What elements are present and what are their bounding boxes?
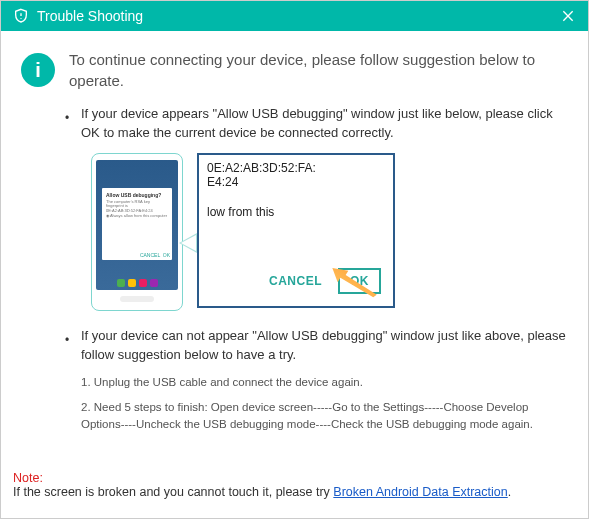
bullet-1-text: If your device appears "Allow USB debugg… — [81, 105, 568, 143]
content-area: i To continue connecting your device, pl… — [1, 31, 588, 442]
info-icon: i — [21, 53, 55, 87]
titlebar: Trouble Shooting — [1, 1, 588, 31]
phone-home-button — [120, 296, 154, 302]
intro-row: i To continue connecting your device, pl… — [21, 49, 568, 91]
arrow-icon — [331, 268, 387, 300]
callout-pointer-icon — [179, 233, 197, 253]
phone-dock — [96, 276, 178, 290]
phone-screen: Allow USB debugging? The computer's RSA … — [96, 160, 178, 290]
close-button[interactable] — [560, 8, 576, 24]
troubleshooting-dialog: Trouble Shooting i To continue connectin… — [0, 0, 589, 519]
allow-text: low from this — [207, 205, 385, 219]
phone-modal-body: The computer's RSA key fingerprint is 0E… — [106, 200, 168, 219]
mac-address-line2: E4:24 — [207, 175, 385, 189]
phone-modal-title: Allow USB debugging? — [106, 192, 168, 198]
svg-marker-0 — [332, 268, 376, 297]
titlebar-left: Trouble Shooting — [13, 8, 143, 24]
mac-address-line1: 0E:A2:AB:3D:52:FA: — [207, 161, 385, 175]
broken-android-link[interactable]: Broken Android Data Extraction — [333, 485, 507, 499]
bullet-2: If your device can not appear "Allow USB… — [81, 327, 568, 365]
phone-modal: Allow USB debugging? The computer's RSA … — [102, 188, 172, 260]
cancel-button[interactable]: CANCEL — [269, 274, 322, 288]
phone-mockup: Allow USB debugging? The computer's RSA … — [91, 153, 183, 311]
illustration: Allow USB debugging? The computer's RSA … — [91, 153, 401, 313]
note-label: Note: — [13, 471, 43, 485]
note-area: Note: If the screen is broken and you ca… — [1, 471, 586, 511]
intro-text: To continue connecting your device, plea… — [69, 49, 568, 91]
shield-icon — [13, 8, 29, 24]
step-2: 2. Need 5 steps to finish: Open device s… — [81, 399, 568, 432]
bullet-2-text: If your device can not appear "Allow USB… — [81, 327, 568, 365]
note-text: If the screen is broken and you cannot t… — [13, 485, 333, 499]
bullet-1: If your device appears "Allow USB debugg… — [81, 105, 568, 143]
dialog-title: Trouble Shooting — [37, 8, 143, 24]
phone-modal-buttons: CANCEL OK — [140, 252, 170, 258]
step-1: 1. Unplug the USB cable and connect the … — [81, 374, 568, 391]
